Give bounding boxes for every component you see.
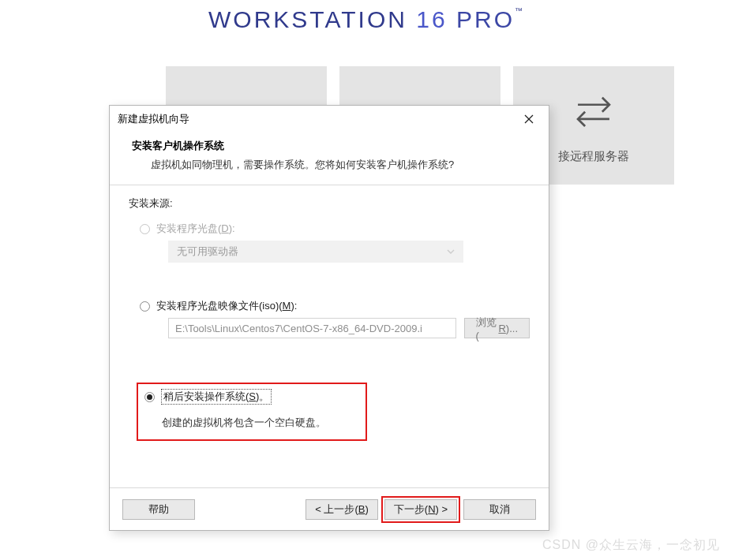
dialog-heading: 安装客户机操作系统 [132, 139, 527, 153]
radio-install-from-disc: 安装程序光盘(D): [140, 222, 530, 236]
radio-install-from-iso[interactable]: 安装程序光盘映像文件(iso)(M): [140, 299, 530, 313]
radio-label: 安装程序光盘(D): [156, 222, 235, 236]
dialog-header: 安装客户机操作系统 虚拟机如同物理机，需要操作系统。您将如何安装客户机操作系统? [110, 133, 549, 185]
tile-label: 接远程服务器 [558, 149, 629, 164]
browse-button: 浏览(R)... [464, 318, 530, 338]
close-icon [524, 114, 534, 124]
watermark: CSDN @众生云海，一念初见 [542, 537, 720, 554]
help-button[interactable]: 帮助 [122, 499, 195, 520]
dialog-footer: 帮助 < 上一步(B) 下一步(N) > 取消 [110, 487, 549, 530]
drive-dropdown: 无可用驱动器 [168, 241, 463, 263]
install-later-description: 创建的虚拟机将包含一个空白硬盘。 [162, 416, 359, 430]
radio-label: 稍后安装操作系统(S)。 [161, 389, 272, 405]
back-button[interactable]: < 上一步(B) [306, 499, 378, 520]
radio-icon [140, 301, 150, 312]
app-brand: WORKSTATION 16 PRO™ [0, 6, 731, 33]
dialog-titlebar: 新建虚拟机向导 [110, 106, 549, 133]
swap-arrows-icon [571, 88, 617, 133]
dropdown-value: 无可用驱动器 [177, 245, 238, 259]
radio-install-later[interactable]: 稍后安装操作系统(S)。 [144, 389, 359, 405]
cancel-button[interactable]: 取消 [463, 499, 536, 520]
dialog-body: 安装来源: 安装程序光盘(D): 无可用驱动器 安装程序光盘映像文件(iso)(… [110, 185, 549, 487]
iso-path-input: E:\Tools\Linux\Centos7\CentOS-7-x86_64-D… [168, 318, 456, 338]
highlight-install-later: 稍后安装操作系统(S)。 创建的虚拟机将包含一个空白硬盘。 [137, 383, 367, 441]
close-button[interactable] [512, 108, 545, 130]
install-source-label: 安装来源: [129, 196, 530, 211]
next-button[interactable]: 下一步(N) > [384, 499, 457, 520]
radio-icon [140, 224, 150, 234]
chevron-down-icon [447, 249, 455, 254]
new-vm-wizard-dialog: 新建虚拟机向导 安装客户机操作系统 虚拟机如同物理机，需要操作系统。您将如何安装… [109, 105, 549, 531]
radio-icon [144, 392, 155, 402]
radio-label: 安装程序光盘映像文件(iso)(M): [156, 299, 297, 313]
dialog-subheading: 虚拟机如同物理机，需要操作系统。您将如何安装客户机操作系统? [132, 158, 527, 172]
dialog-title: 新建虚拟机向导 [118, 112, 512, 126]
